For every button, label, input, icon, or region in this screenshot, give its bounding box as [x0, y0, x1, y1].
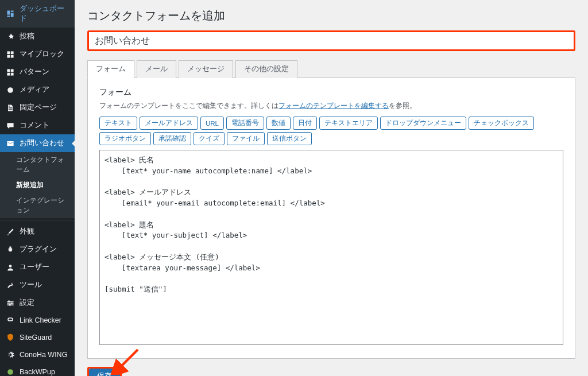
title-highlight-box	[87, 30, 575, 51]
tag-button[interactable]: クイズ	[194, 132, 225, 145]
svg-line-17	[116, 350, 138, 371]
circle-icon	[6, 367, 15, 376]
page-title: コンタクトフォームを追加	[87, 8, 575, 24]
menu-item-user[interactable]: ユーザー	[0, 258, 75, 276]
menu-item-page[interactable]: 固定ページ	[0, 99, 75, 117]
tag-button[interactable]: 送信ボタン	[267, 132, 312, 145]
menu-label: お問い合わせ	[20, 138, 64, 148]
tag-button[interactable]: 日付	[293, 117, 317, 130]
menu-item-mail[interactable]: お問い合わせ	[0, 134, 75, 152]
svg-rect-3	[11, 55, 14, 57]
tag-button[interactable]: 電話番号	[226, 117, 264, 130]
svg-rect-7	[11, 72, 14, 75]
media-icon	[6, 86, 15, 95]
menu-label: メディア	[20, 85, 49, 95]
link-icon	[6, 316, 15, 325]
menu-item-gear[interactable]: ConoHa WING	[0, 346, 75, 363]
menu-label: 外観	[20, 227, 34, 237]
main-content: コンタクトフォームを追加 フォームメールメッセージその他の設定 フォーム フォー…	[75, 0, 588, 376]
tab-3[interactable]: その他の設定	[235, 60, 297, 78]
svg-rect-6	[7, 72, 10, 75]
menu-label: BackWPup	[20, 368, 55, 376]
svg-rect-4	[7, 69, 10, 72]
menu-item-dashboard[interactable]: ダッシュボード	[0, 0, 75, 28]
submenu-item[interactable]: コンタクトフォーム	[0, 152, 75, 177]
user-icon	[6, 263, 15, 272]
page-icon	[6, 103, 15, 113]
admin-sidebar: ダッシュボード投稿マイブロックパターンメディア固定ページコメントお問い合わせ コ…	[0, 0, 75, 376]
panel-heading: フォーム	[99, 87, 563, 98]
shield-icon	[6, 333, 15, 342]
mail-icon	[6, 139, 15, 148]
menu-item-shield[interactable]: SiteGuard	[0, 329, 75, 346]
menu-label: パターン	[20, 67, 49, 77]
menu-item-media[interactable]: メディア	[0, 81, 75, 99]
tag-button[interactable]: メールアドレス	[140, 117, 198, 130]
brush-icon	[6, 227, 15, 237]
menu-label: Link Checker	[20, 316, 61, 324]
submenu-item[interactable]: 新規追加	[0, 177, 75, 193]
menu-label: プラグイン	[20, 245, 57, 254]
tag-button[interactable]: チェックボックス	[469, 117, 534, 130]
svg-point-13	[11, 302, 13, 304]
menu-label: コメント	[20, 121, 49, 130]
tag-button[interactable]: テキスト	[99, 117, 137, 130]
menu-item-grid[interactable]: パターン	[0, 63, 75, 81]
submenu-item[interactable]: インテグレーション	[0, 193, 75, 218]
menu-item-link[interactable]: Link Checker	[0, 312, 75, 329]
grid-icon	[6, 50, 15, 59]
svg-rect-2	[7, 55, 10, 57]
menu-item-plug[interactable]: プラグイン	[0, 241, 75, 258]
form-title-input[interactable]	[89, 32, 574, 49]
svg-point-14	[9, 304, 11, 305]
menu-label: 設定	[20, 298, 34, 308]
svg-point-8	[9, 265, 12, 268]
menu-label: 固定ページ	[20, 103, 57, 113]
menu-item-comment[interactable]: コメント	[0, 117, 75, 134]
comment-icon	[6, 121, 15, 130]
menu-label: SiteGuard	[20, 334, 52, 342]
menu-label: ダッシュボード	[20, 4, 69, 24]
plug-icon	[6, 245, 15, 254]
menu-label: ツール	[20, 280, 42, 290]
tag-button[interactable]: URL	[200, 117, 224, 130]
pin-icon	[6, 32, 15, 41]
dashboard-icon	[6, 9, 15, 18]
tag-button[interactable]: 承諾確認	[153, 132, 191, 145]
svg-rect-1	[11, 51, 14, 54]
menu-item-grid[interactable]: マイブロック	[0, 45, 75, 63]
sliders-icon	[6, 299, 15, 308]
menu-item-sliders[interactable]: 設定	[0, 294, 75, 312]
tag-button[interactable]: ラジオボタン	[99, 132, 151, 145]
svg-rect-0	[7, 51, 10, 54]
form-panel: フォーム フォームのテンプレートをここで編集できます。詳しくはフォームのテンプレ…	[87, 78, 575, 359]
tag-button[interactable]: ファイル	[227, 132, 265, 145]
menu-item-circle[interactable]: BackWPup	[0, 363, 75, 376]
form-template-textarea[interactable]	[99, 150, 563, 345]
tab-1[interactable]: メール	[137, 60, 176, 78]
tabs: フォームメールメッセージその他の設定	[87, 60, 575, 78]
tag-button[interactable]: 数値	[266, 117, 291, 130]
tab-0[interactable]: フォーム	[87, 60, 134, 78]
annotation-arrow-icon	[110, 346, 142, 375]
panel-description: フォームのテンプレートをここで編集できます。詳しくはフォームのテンプレートを編集…	[99, 101, 563, 111]
svg-rect-5	[11, 69, 14, 72]
menu-label: マイブロック	[20, 49, 64, 59]
menu-item-brush[interactable]: 外観	[0, 223, 75, 241]
menu-item-pin[interactable]: 投稿	[0, 28, 75, 45]
tag-button[interactable]: ドロップダウンメニュー	[380, 117, 466, 130]
grid-icon	[6, 68, 15, 77]
template-help-link[interactable]: フォームのテンプレートを編集する	[278, 102, 389, 110]
menu-label: 投稿	[20, 32, 34, 41]
tag-button[interactable]: テキストエリア	[319, 117, 378, 130]
svg-point-12	[8, 300, 10, 302]
tag-buttons-row: テキストメールアドレスURL電話番号数値日付テキストエリアドロップダウンメニュー…	[99, 117, 563, 145]
svg-point-15	[7, 369, 13, 375]
tool-icon	[6, 281, 15, 290]
tab-2[interactable]: メッセージ	[179, 60, 233, 78]
gear-icon	[6, 350, 15, 359]
menu-item-tool[interactable]: ツール	[0, 276, 75, 294]
menu-label: ユーザー	[20, 262, 49, 272]
menu-label: ConoHa WING	[20, 351, 67, 359]
